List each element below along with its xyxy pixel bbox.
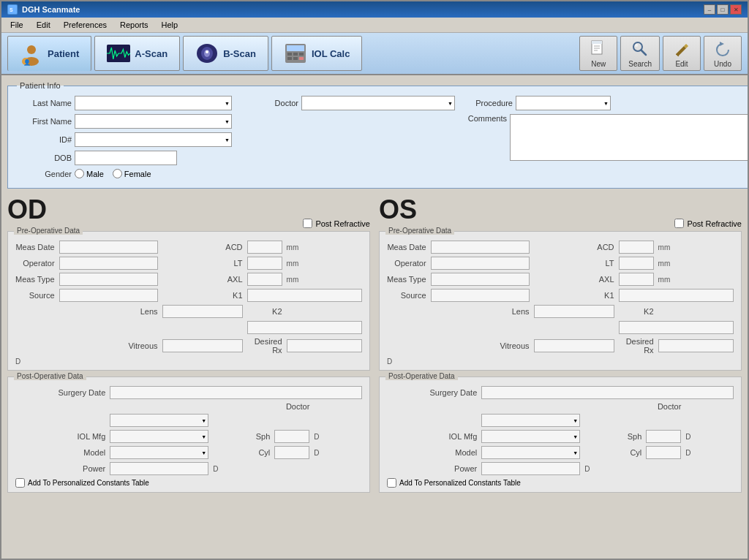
id-select[interactable] (75, 132, 232, 147)
od-surgery-date-input[interactable] (110, 386, 362, 399)
os-iol-mfg-select[interactable] (481, 430, 580, 443)
svg-marker-28 (720, 42, 724, 46)
od-axl-label: AXL (162, 275, 243, 284)
os-header: OS Post Refractive (379, 194, 742, 228)
od-add-table-checkbox[interactable] (15, 478, 25, 488)
comments-textarea[interactable] (510, 114, 748, 161)
os-model-label: Model (387, 448, 477, 457)
od-pre-op-legend: Pre-Operative Data (14, 227, 83, 235)
od-acd-input[interactable] (247, 241, 282, 254)
main-window: S DGH Scanmate – □ ✕ File Edit Preferenc… (0, 0, 749, 560)
edit-button[interactable]: Edit (663, 36, 701, 71)
od-k2-label: K2 (247, 307, 282, 316)
od-operator-input[interactable] (59, 257, 158, 270)
first-name-label: First Name (17, 117, 72, 126)
os-lt-input[interactable] (619, 257, 654, 270)
os-power-unit: D (584, 465, 641, 473)
od-meas-date-input[interactable] (59, 241, 158, 254)
os-meas-date-input[interactable] (431, 241, 530, 254)
od-post-refractive-label: Post Refractive (315, 219, 370, 228)
gender-male-label[interactable]: Male (75, 169, 104, 178)
od-lt-input[interactable] (247, 257, 282, 270)
gender-female-label[interactable]: Female (113, 169, 151, 178)
os-lt-label: LT (534, 259, 614, 268)
tab-ascan[interactable]: A-Scan (94, 36, 180, 71)
os-cyl-input[interactable] (646, 446, 681, 459)
od-k1-input[interactable] (247, 289, 362, 302)
os-operator-input[interactable] (431, 257, 530, 270)
os-power-input[interactable] (481, 462, 580, 475)
od-add-table-row: Add To Personalized Constants Table (15, 478, 362, 488)
first-name-select[interactable] (75, 114, 232, 129)
menu-file[interactable]: File (4, 19, 29, 31)
os-postop-doctor-select[interactable] (481, 414, 580, 427)
os-axl-input[interactable] (619, 273, 654, 286)
menu-help[interactable]: Help (156, 19, 184, 31)
comments-row: Comments (258, 114, 748, 161)
comments-label: Comments (452, 114, 507, 123)
menu-edit[interactable]: Edit (31, 19, 56, 31)
tab-iolcalc[interactable]: IOL Calc (271, 36, 363, 71)
od-vitreous-label: Vitreous (59, 341, 158, 350)
minimize-button[interactable]: – (704, 4, 715, 15)
od-model-select[interactable] (110, 446, 208, 459)
od-lens-input[interactable] (162, 305, 243, 318)
last-name-select[interactable] (75, 96, 232, 110)
os-lt-unit: mm (658, 260, 734, 268)
os-add-table-checkbox[interactable] (387, 478, 396, 488)
svg-point-10 (206, 50, 208, 53)
os-cyl-unit: D (685, 449, 734, 457)
os-source-input[interactable] (431, 289, 530, 302)
search-button[interactable]: Search (620, 36, 660, 71)
os-power-label: Power (387, 464, 477, 473)
od-postop-doctor-select[interactable] (110, 414, 208, 427)
gender-row: Gender Male Female (17, 169, 232, 178)
os-sph-input[interactable] (646, 430, 681, 443)
doctor-select[interactable] (301, 96, 455, 110)
os-meas-type-input[interactable] (431, 273, 530, 286)
os-k1-input[interactable] (619, 289, 734, 302)
od-source-input[interactable] (59, 289, 158, 302)
os-column: OS Post Refractive Pre-Operative Data Me… (379, 194, 742, 499)
os-post-refractive-checkbox[interactable] (674, 219, 684, 228)
od-meas-type-input[interactable] (59, 273, 158, 286)
od-vitreous-input[interactable] (162, 339, 243, 352)
os-desired-rx-label: Desired Rx (619, 337, 654, 355)
undo-button[interactable]: Undo (704, 36, 742, 71)
os-k2-input[interactable] (619, 321, 734, 334)
procedure-select[interactable] (516, 96, 611, 110)
gender-label: Gender (17, 170, 72, 178)
od-lt-label: LT (162, 259, 243, 268)
od-post-refractive: Post Refractive (303, 219, 370, 228)
os-acd-input[interactable] (619, 241, 654, 254)
procedure-label: Procedure (458, 99, 513, 107)
od-iol-mfg-select[interactable] (110, 430, 208, 443)
od-k2-input[interactable] (247, 321, 362, 334)
od-sph-label: Sph (213, 432, 270, 441)
od-cyl-input[interactable] (274, 446, 309, 459)
od-add-table-label: Add To Personalized Constants Table (28, 479, 149, 487)
os-surgery-date-input[interactable] (481, 386, 734, 399)
dob-input[interactable] (75, 151, 177, 165)
menu-reports[interactable]: Reports (114, 19, 154, 31)
tab-bscan[interactable]: B-Scan (183, 36, 268, 71)
od-cyl-label: Cyl (213, 448, 270, 457)
gender-female-radio[interactable] (113, 169, 122, 178)
od-sph-input[interactable] (274, 430, 309, 443)
od-axl-input[interactable] (247, 273, 282, 286)
od-post-refractive-checkbox[interactable] (303, 219, 312, 228)
os-desired-rx-input[interactable] (658, 339, 734, 352)
menu-preferences[interactable]: Preferences (58, 19, 113, 31)
od-postop-doctor-label: Doctor (274, 402, 309, 411)
tab-ascan-label: A-Scan (135, 48, 168, 59)
os-lens-input[interactable] (534, 305, 614, 318)
od-desired-rx-input[interactable] (287, 339, 362, 352)
tab-patient[interactable]: 👤 Patient (7, 36, 91, 71)
os-vitreous-input[interactable] (534, 339, 614, 352)
os-model-select[interactable] (481, 446, 580, 459)
gender-male-radio[interactable] (75, 169, 84, 178)
new-button[interactable]: New (579, 36, 617, 71)
od-power-input[interactable] (110, 462, 208, 475)
close-button[interactable]: ✕ (730, 4, 742, 15)
maximize-button[interactable]: □ (717, 4, 729, 15)
